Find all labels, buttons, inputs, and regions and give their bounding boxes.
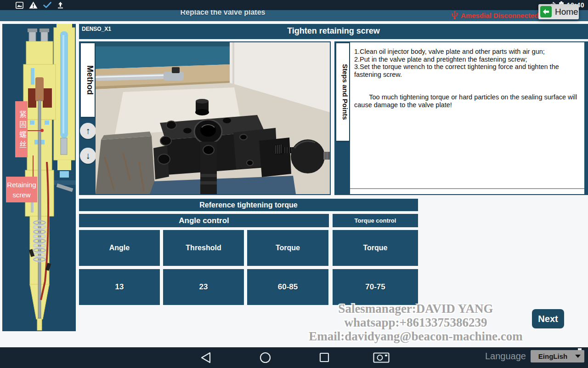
status-icons	[16, 1, 64, 9]
steps-text: 1.Clean oil injector body, valve plate a…	[350, 42, 584, 194]
column-header-angle: Angle	[79, 230, 160, 266]
status-bar: 10:40	[0, 0, 588, 10]
next-button[interactable]: Next	[532, 309, 564, 328]
home-circle-icon[interactable]	[260, 352, 271, 363]
back-icon[interactable]	[200, 352, 211, 363]
method-photo	[96, 42, 330, 194]
pointer-dot	[40, 129, 44, 132]
retaining-screw-label-cn: 紧固螺丝	[15, 101, 28, 157]
chevron-down-icon	[575, 355, 581, 358]
steps-panel: Steps and Points 1.Clean oil injector bo…	[334, 41, 588, 195]
scroll-down-button[interactable]: ↓	[80, 148, 96, 164]
group-angle-control: Angle control	[79, 214, 329, 227]
back-arrow-icon	[540, 6, 552, 17]
language-dropdown[interactable]: EingLish	[531, 350, 584, 362]
method-panel: Method ↑ ↓	[79, 41, 331, 195]
step-title: Tighten retaining screw	[79, 26, 588, 36]
retaining-screw-label-en: Retaining screw	[6, 177, 37, 202]
column-header-threshold: Threshold	[163, 230, 244, 266]
upload-icon	[57, 1, 64, 9]
screenshot-camera-icon[interactable]	[373, 352, 390, 363]
watermark-line: Email:davidyang@beacon-machine.com	[243, 329, 588, 343]
pointer-line	[28, 130, 41, 131]
value-threshold: 23	[163, 269, 244, 305]
scroll-up-button[interactable]: ↑	[80, 123, 96, 139]
group-torque-control: Torque control	[333, 214, 418, 227]
warning-icon	[29, 1, 38, 9]
value-torque2: 70-75	[333, 269, 418, 305]
injector-diagram-panel: 紧固螺丝 Retaining screw	[2, 24, 76, 331]
steps-scrollbar[interactable]	[350, 188, 584, 189]
torque-table-title: Reference tightening torque	[79, 199, 418, 211]
usb-icon	[452, 11, 458, 20]
steps-label: Steps and Points	[336, 43, 349, 141]
language-value: EingLish	[531, 352, 575, 360]
check-icon	[43, 2, 51, 8]
step-header: DENSO_X1 Tighten retaining screw	[79, 24, 588, 39]
value-torque: 60-85	[247, 269, 328, 305]
home-button[interactable]: Home	[538, 4, 579, 19]
pointer-line-vertical	[33, 155, 34, 178]
screenshot-thumbnail-icon	[16, 2, 23, 9]
navigation-bar: Language EingLish	[0, 347, 588, 368]
connection-status: Amesdial Disconnected	[452, 11, 538, 20]
language-label: Language	[485, 351, 526, 362]
column-header-torque: Torque	[247, 230, 328, 266]
dropdown-notch	[578, 348, 582, 350]
recents-icon[interactable]	[319, 352, 329, 363]
column-header-torque2: Torque	[333, 230, 418, 266]
action-bar: Replace the valve plates Amesdial Discon…	[0, 10, 588, 21]
home-button-label: Home	[555, 7, 578, 17]
value-angle: 13	[79, 269, 160, 305]
connection-status-text: Amesdial Disconnected	[461, 12, 538, 19]
method-label: Method	[81, 43, 95, 117]
